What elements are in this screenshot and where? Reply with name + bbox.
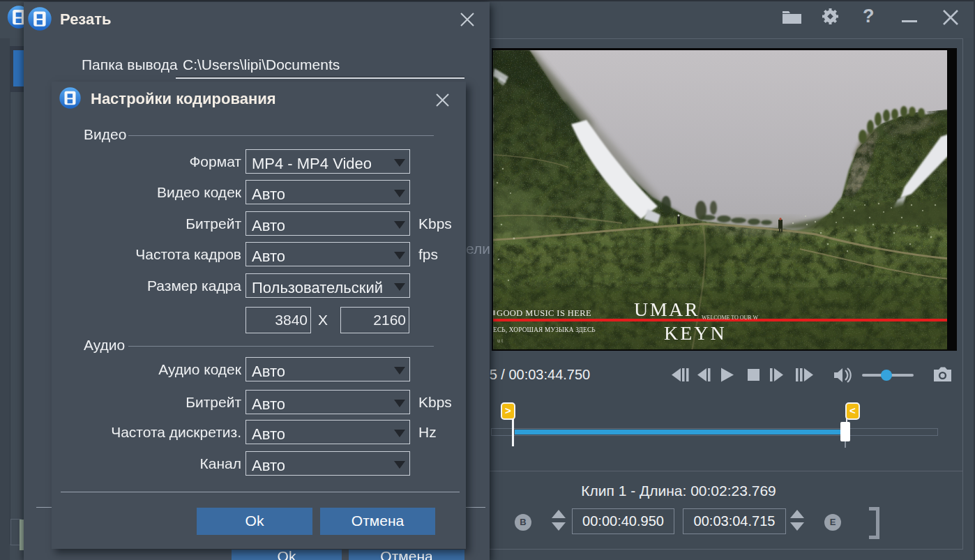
svg-text:GOOD MUSIC IS HERE: GOOD MUSIC IS HERE — [497, 308, 591, 318]
svg-text:UMAR: UMAR — [634, 298, 700, 320]
svg-text:ЕСЬ, ХОРОШАЯ МУЗЫКА ЗДЕСЬ: ЕСЬ, ХОРОШАЯ МУЗЫКА ЗДЕСЬ — [493, 326, 596, 333]
svg-text:KEYN: KEYN — [664, 322, 727, 344]
svg-text:WELCOME TO OUR W: WELCOME TO OUR W — [702, 315, 759, 321]
svg-text:u t: u t — [497, 338, 504, 344]
